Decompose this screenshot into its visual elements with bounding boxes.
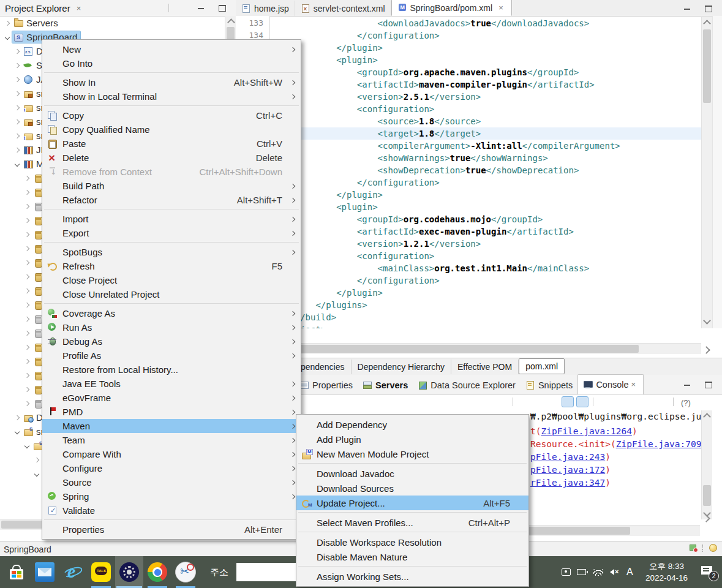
tray-item-tray-wifi[interactable] xyxy=(590,556,606,588)
item-filter[interactable] xyxy=(152,2,164,12)
menu-item-restore-from-local-history[interactable]: Restore from Local History... xyxy=(42,363,301,377)
expander-icon[interactable] xyxy=(12,162,22,166)
taskbar-app-chrome[interactable] xyxy=(143,556,171,588)
menu-item-show-in[interactable]: Show In Alt+Shift+W xyxy=(42,75,301,89)
menu-item-java-ee-tools[interactable]: Java EE Tools xyxy=(42,377,301,391)
xml-source-code[interactable]: <downloadJavadocs>true</downloadJavadocs… xyxy=(274,17,701,328)
close-icon[interactable]: × xyxy=(74,4,84,13)
scroll-right-icon[interactable] xyxy=(702,346,710,354)
menu-item-refresh[interactable]: Refresh F5 xyxy=(42,259,301,273)
expander-icon[interactable] xyxy=(22,261,32,265)
expander-icon[interactable] xyxy=(12,430,22,434)
expander-icon[interactable] xyxy=(22,331,32,335)
menu-item-disable-maven-nature[interactable]: Disable Maven Nature xyxy=(296,549,528,564)
view-tab-console[interactable]: Console × xyxy=(577,374,644,394)
view-tab-data-source-explorer[interactable]: Data Source Explorer × xyxy=(413,375,521,394)
pom-page-tab-pom-xml[interactable]: pom.xml xyxy=(519,358,565,374)
expander-icon[interactable] xyxy=(12,92,22,96)
menu-item-spring[interactable]: Spring xyxy=(42,489,301,503)
menu-item-properties[interactable]: Properties Alt+Enter xyxy=(42,522,301,537)
expander-icon[interactable] xyxy=(22,444,32,448)
menu-item-egovframe[interactable]: eGovFrame xyxy=(42,391,301,405)
menu-item-debug-as[interactable]: Debug As xyxy=(42,334,301,349)
expander-icon[interactable] xyxy=(12,78,22,81)
tips-lightbulb-icon[interactable] xyxy=(709,544,717,552)
stack-trace-link[interactable]: ZipFile.java:709 xyxy=(616,439,701,449)
expander-icon[interactable] xyxy=(12,148,22,152)
menu-item-close-unrelated-project[interactable]: Close Unrelated Project xyxy=(42,287,301,301)
tray-item-tray-ime-korean[interactable] xyxy=(622,556,638,588)
menu-item-coverage-as[interactable]: Coverage As xyxy=(42,306,301,320)
menu-item-go-into[interactable]: Go Into xyxy=(42,56,301,70)
menu-item-copy-qualified-name[interactable]: Copy Qualified Name xyxy=(42,123,301,137)
menu-item-configure[interactable]: Configure xyxy=(42,461,301,475)
item-clear-console[interactable] xyxy=(518,397,529,407)
menu-item-new-maven-module-project[interactable]: New Maven Module Project xyxy=(296,447,528,461)
expander-icon[interactable] xyxy=(12,120,22,124)
item-remove-launch[interactable] xyxy=(482,397,493,407)
taskbar-app-internet-explorer[interactable] xyxy=(59,556,87,588)
expander-icon[interactable] xyxy=(22,190,32,194)
item-word-wrap[interactable] xyxy=(547,397,558,407)
expander-icon[interactable] xyxy=(22,233,32,236)
editor-tab-servlet-context-xml[interactable]: servlet-context.xml × xyxy=(295,1,391,16)
taskbar-app-snipping-tool[interactable] xyxy=(171,556,200,588)
maximize-icon[interactable] xyxy=(703,380,714,390)
expander-icon[interactable] xyxy=(22,345,32,349)
expander-icon[interactable] xyxy=(32,472,42,476)
menu-item-add-plugin[interactable]: Add Plugin xyxy=(296,432,528,447)
item-scroll-lock[interactable] xyxy=(533,397,544,407)
view-tab-servers[interactable]: Servers × xyxy=(358,375,413,394)
menu-item-run-as[interactable]: Run As xyxy=(42,320,301,334)
view-tab-properties[interactable]: Properties × xyxy=(295,375,358,394)
minimize-icon[interactable] xyxy=(682,380,693,390)
expander-icon[interactable] xyxy=(12,50,22,53)
maximize-icon[interactable] xyxy=(703,4,714,13)
menu-item-show-in-local-terminal[interactable]: Show in Local Terminal xyxy=(42,89,301,104)
action-center-icon[interactable]: 2 xyxy=(695,556,722,588)
editor-vertical-scrollbar[interactable] xyxy=(701,17,712,328)
expander-icon[interactable] xyxy=(22,176,32,180)
menu-item-add-dependency[interactable]: Add Dependency xyxy=(296,417,528,432)
menu-item-paste[interactable]: Paste Ctrl+V xyxy=(42,137,301,151)
close-icon[interactable]: × xyxy=(496,3,506,12)
expander-icon[interactable] xyxy=(32,458,42,462)
expander-icon[interactable] xyxy=(22,289,32,293)
stack-trace-link[interactable]: pFile.java:172 xyxy=(530,465,605,475)
expander-icon[interactable] xyxy=(22,247,32,251)
menu-item-download-sources[interactable]: Download Sources xyxy=(296,481,528,496)
menu-item-source[interactable]: Source xyxy=(42,475,301,489)
menu-item-copy[interactable]: Copy Ctrl+C xyxy=(42,108,301,123)
menu-item-compare-with[interactable]: Compare With xyxy=(42,447,301,461)
tray-item-tray-volume-muted[interactable] xyxy=(606,556,622,588)
menu-item-download-javadoc[interactable]: Download Javadoc xyxy=(296,466,528,481)
taskbar-clock[interactable]: 오후 8:33 2022-04-16 xyxy=(638,560,695,584)
pom-page-tab-dependency-hierarchy[interactable]: Dependency Hierarchy xyxy=(352,360,451,374)
item-terminate[interactable] xyxy=(467,397,478,407)
item-open-console[interactable] xyxy=(642,397,653,407)
item-link-with-editor[interactable] xyxy=(138,2,149,12)
expander-icon[interactable] xyxy=(22,402,32,405)
minimize-icon[interactable] xyxy=(196,3,207,13)
menu-item-validate[interactable]: Validate xyxy=(42,503,301,518)
expander-icon[interactable] xyxy=(12,64,22,67)
expander-icon[interactable] xyxy=(12,416,22,420)
expander-icon[interactable] xyxy=(2,21,12,25)
stack-trace-link[interactable]: rFile.java:347 xyxy=(530,478,605,488)
menu-item-close-project[interactable]: Close Project xyxy=(42,273,301,287)
expander-icon[interactable] xyxy=(22,388,32,391)
stack-trace-link[interactable]: pFile.java:243 xyxy=(530,452,605,462)
menu-item-pmd[interactable]: PMD xyxy=(42,405,301,419)
item-open-console-menu[interactable] xyxy=(657,397,668,407)
expander-icon[interactable] xyxy=(22,374,32,377)
expander-icon[interactable] xyxy=(22,360,32,363)
menu-item-assign-working-sets[interactable]: Assign Working Sets... xyxy=(296,569,528,584)
menu-item-delete[interactable]: Delete Delete xyxy=(42,151,301,165)
menu-item-remove-from-context[interactable]: Remove from Context Ctrl+Alt+Shift+Down xyxy=(42,165,301,179)
item-show-stdout[interactable] xyxy=(562,397,573,407)
menu-item-new[interactable]: New xyxy=(42,42,301,56)
sync-status-icon[interactable] xyxy=(690,544,698,552)
menu-item-maven[interactable]: Maven xyxy=(42,419,301,433)
menu-item-disable-workspace-resolution[interactable]: Disable Workspace Resolution xyxy=(296,535,528,549)
expander-icon[interactable] xyxy=(12,106,22,110)
